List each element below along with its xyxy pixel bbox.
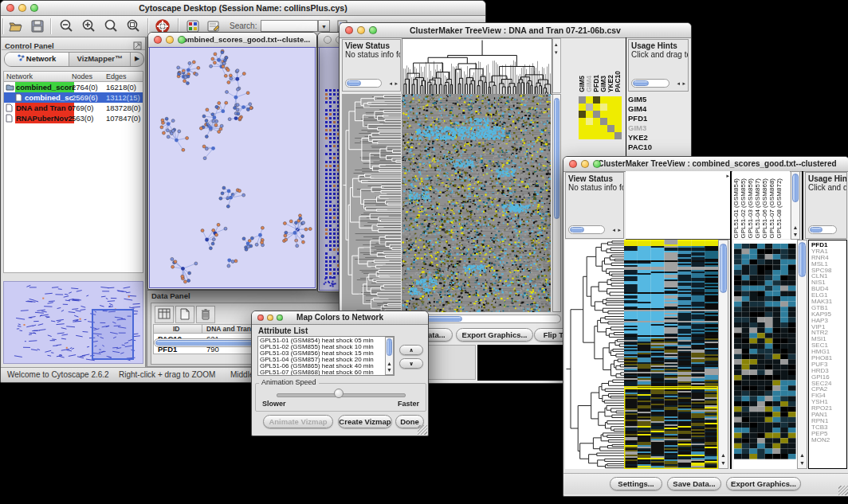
dialog-button-create-vizmap[interactable]: Create Vizmap — [338, 415, 392, 428]
tab-network[interactable]: Network — [5, 53, 69, 66]
tv1-column-dendrogram[interactable] — [402, 38, 552, 95]
new-attr-icon[interactable] — [175, 306, 194, 323]
network-tree-row[interactable]: RNAPuberNov2+563(0)107847(0) — [4, 113, 143, 123]
minimize-button[interactable] — [18, 4, 26, 12]
tree-header-network[interactable]: Network — [6, 72, 33, 81]
tv2-column-label[interactable]: GPL51-03 (GSM856) — [747, 178, 754, 239]
tv1-column-label[interactable]: GIM4 — [586, 76, 593, 92]
tv2-column-label[interactable]: GPL51-02 (GSM855) — [740, 178, 747, 239]
tv2-row-dendrogram[interactable] — [565, 240, 624, 469]
tv1-column-label[interactable]: GIM3 — [600, 76, 607, 92]
network-name[interactable]: combined_sco — [25, 92, 73, 103]
tv2-column-label[interactable]: GPL51-06 (GSM865) — [761, 178, 768, 239]
tv1-row-label[interactable]: GIM4 — [628, 104, 689, 114]
tv2-status-hscrollbar[interactable] — [568, 225, 605, 234]
network-name[interactable]: combined_scores — [15, 82, 74, 92]
main-title-bar[interactable]: Cytoscape Desktop (Session Name: collins… — [1, 1, 485, 16]
tab-vizmapper[interactable]: VizMapper™ — [69, 53, 131, 66]
dialog-title-bar[interactable]: Map Colors to Network — [252, 311, 428, 325]
network-overview-pane[interactable] — [3, 281, 143, 364]
tv1-hints-hscrollbar[interactable] — [631, 79, 669, 88]
tv2-column-tree-pane[interactable]: ▸ — [626, 171, 730, 240]
tv2-detail-vscrollbar[interactable]: ▲▼ — [797, 240, 807, 469]
move-up-button[interactable]: ∧ — [399, 345, 423, 355]
tv1-column-label[interactable]: GIM5 — [579, 76, 586, 92]
resize-grip[interactable] — [418, 425, 427, 435]
tv1-heatmap-vscrollbar[interactable] — [552, 94, 561, 312]
attribute-list-item[interactable]: GPL51-07 (GSM868) heat shock 60 min — [260, 369, 384, 376]
tv2-button-settings[interactable]: Settings... — [610, 477, 662, 490]
tv1-row-label[interactable]: PAC10 — [628, 143, 689, 152]
zoom-button[interactable] — [593, 160, 601, 168]
zoom-selected-icon[interactable] — [125, 18, 141, 37]
speed-slider-thumb[interactable] — [334, 389, 344, 398]
tv1-column-label[interactable]: PAC10 — [614, 71, 622, 92]
tv2-column-label[interactable]: GPL51-07 (GSM868) — [768, 178, 775, 239]
zoom-fit-icon[interactable] — [103, 18, 119, 37]
tv1-row-label[interactable]: GIM5 — [628, 95, 689, 104]
tv2-heatmap[interactable] — [624, 240, 718, 469]
close-button[interactable] — [154, 36, 162, 44]
close-button[interactable] — [569, 160, 577, 168]
gene-label[interactable]: MON2 — [811, 437, 846, 443]
tv1-row-label[interactable]: GIM3 — [628, 123, 689, 133]
tv2-heatmap-vscrollbar[interactable]: ▲▼ — [718, 240, 728, 469]
network-tree-row[interactable]: combined_sco2569(6)13112(15) — [4, 92, 143, 103]
tv2-button-save-data[interactable]: Save Data... — [667, 477, 721, 490]
tv2-collabel-vscrollbar[interactable]: ▲▼ — [791, 171, 800, 240]
tv1-column-label[interactable]: PFD1 — [593, 75, 600, 92]
tv1-row-label[interactable]: YKE2 — [628, 133, 689, 143]
attr-select-icon[interactable] — [155, 306, 174, 323]
network-tree-row[interactable]: DNA and Tran 07769(0)183728(0) — [4, 103, 143, 113]
tv1-title-bar[interactable]: ClusterMaker TreeView : DNA and Tran 07-… — [340, 23, 691, 38]
zoom-in-icon[interactable] — [80, 18, 96, 37]
zoom-button[interactable] — [30, 4, 38, 12]
minimize-button[interactable] — [267, 315, 273, 321]
net1-title-bar[interactable]: combined_scores_good.txt--cluste... — [148, 33, 316, 48]
open-file-icon[interactable] — [7, 18, 23, 37]
scroll-right-icon[interactable]: ▸ — [395, 80, 398, 87]
tv2-button-export-graphics[interactable]: Export Graphics... — [726, 477, 801, 490]
zoom-out-icon[interactable] — [58, 18, 74, 37]
tab-overflow-button[interactable]: ▶ — [131, 53, 143, 66]
network-name[interactable]: RNAPuberNov2+ — [15, 113, 74, 123]
attribute-list-vscrollbar[interactable]: ▲▼ — [385, 337, 394, 375]
tv1-row-dendrogram[interactable] — [342, 94, 401, 312]
tv2-column-label[interactable]: GPL51-04 (GSM857) — [754, 178, 761, 239]
tv2-column-label[interactable]: GPL51-08 (GSM872) — [775, 178, 783, 239]
tv1-column-label[interactable]: YKE2 — [607, 75, 614, 92]
tv2-detail-heatmap[interactable] — [733, 240, 797, 469]
close-button[interactable] — [345, 26, 353, 34]
network-view-1-canvas[interactable] — [150, 48, 315, 287]
expand-arrow-icon[interactable]: ▴ — [555, 41, 558, 48]
tv1-correlation-matrix[interactable] — [579, 96, 622, 139]
scroll-left-icon[interactable]: ◂ — [389, 80, 392, 87]
minimize-button[interactable] — [357, 26, 365, 34]
network-tree-row[interactable]: combined_scores2764(0)16218(0) — [4, 82, 143, 92]
overview-viewport-rect[interactable] — [92, 309, 134, 360]
search-dropdown-button[interactable]: ▼ — [318, 20, 330, 32]
tv2-gene-list[interactable]: PFD1YRA1RNR4MSL1SPC98CLN1NIS1BUD4ELG1MAK… — [808, 240, 847, 469]
minimize-button[interactable] — [166, 36, 174, 44]
tv1-row-label[interactable]: PFD1 — [628, 114, 689, 123]
network-name[interactable]: DNA and Tran 07 — [15, 103, 74, 113]
collapse-arrow-icon[interactable]: ▾ — [555, 49, 558, 56]
tree-header-nodes[interactable]: Nodes — [72, 72, 92, 81]
tv1-button-export-graphics[interactable]: Export Graphics... — [456, 328, 533, 342]
dialog-button-animate-vizmap[interactable]: Animate Vizmap — [263, 415, 333, 428]
zoom-button[interactable] — [369, 26, 377, 34]
tv2-hints-hscrollbar[interactable] — [808, 225, 837, 234]
tv1-heatmap[interactable] — [402, 94, 551, 312]
close-button[interactable] — [324, 36, 332, 44]
tv1-status-hscrollbar[interactable] — [345, 79, 382, 88]
dp-col-id[interactable]: ID — [173, 325, 180, 333]
resize-grip[interactable] — [838, 486, 848, 495]
minimize-button[interactable] — [581, 160, 589, 168]
tree-header-edges[interactable]: Edges — [106, 72, 127, 81]
move-down-button[interactable]: ∨ — [399, 358, 423, 369]
zoom-button[interactable] — [277, 315, 283, 321]
search-input[interactable] — [261, 20, 318, 32]
close-button[interactable] — [6, 4, 14, 12]
zoom-button[interactable] — [178, 36, 186, 44]
attribute-listbox[interactable]: GPL51-01 (GSM854) heat shock 05 minGPL51… — [257, 336, 395, 376]
